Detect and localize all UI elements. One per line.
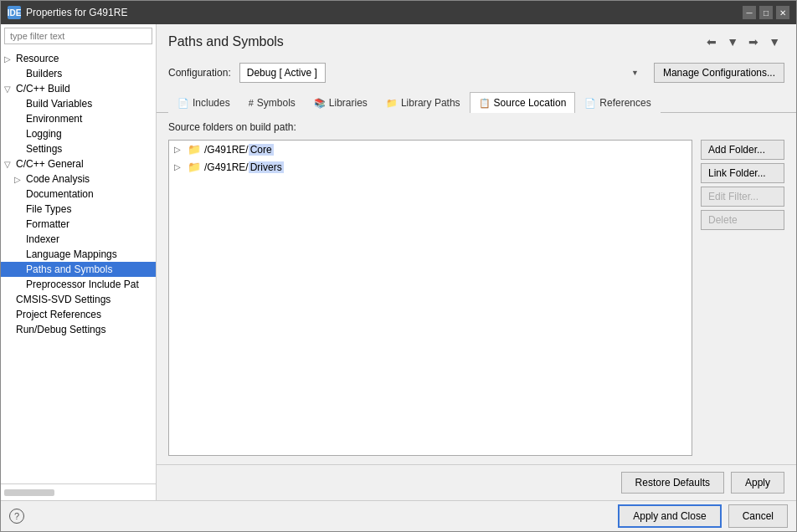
apply-button[interactable]: Apply (731, 472, 784, 494)
sidebar-item-build-variables[interactable]: Build Variables (1, 96, 156, 111)
symbols-icon: # (249, 98, 254, 108)
cancel-button[interactable]: Cancel (728, 504, 788, 528)
sidebar-item-builders[interactable]: Builders (1, 66, 156, 81)
nav-arrows: ⬅ ▼ ➡ ▼ (702, 33, 784, 51)
tabs-bar: 📄 Includes # Symbols 📚 Libraries 📁 Libra… (157, 91, 796, 113)
config-select[interactable]: Debug [ Active ] (239, 63, 326, 83)
tab-references[interactable]: 📄 References (575, 92, 660, 113)
folder-item-core[interactable]: ▷ 📁 /G491RE/Core (169, 141, 692, 158)
tab-libraries[interactable]: 📚 Libraries (305, 92, 377, 113)
sidebar-item-cmsis[interactable]: CMSIS-SVD Settings (1, 292, 156, 307)
sidebar-item-label-ca: Code Analysis (26, 173, 90, 185)
window-title: Properties for G491RE (26, 7, 127, 18)
sidebar-item-label-lm: Language Mappings (26, 248, 117, 260)
folder-tree[interactable]: ▷ 📁 /G491RE/Core ▷ 📁 /G491RE/Drivers (168, 140, 692, 456)
tab-library-paths-label: Library Paths (401, 97, 460, 109)
nav-forward-button[interactable]: ➡ (744, 33, 763, 51)
nav-forward-dropdown-button[interactable]: ▼ (764, 33, 784, 51)
nav-back-button[interactable]: ⬅ (702, 33, 721, 51)
sidebar-item-label-cmsis: CMSIS-SVD Settings (16, 294, 111, 305)
title-bar: IDE Properties for G491RE ─ □ ✕ (1, 1, 796, 24)
restore-defaults-button[interactable]: Restore Defaults (621, 472, 724, 494)
tab-library-paths[interactable]: 📁 Library Paths (377, 92, 470, 113)
tab-symbols[interactable]: # Symbols (239, 92, 305, 113)
very-bottom-buttons: Apply and Close Cancel (618, 504, 788, 528)
sidebar-item-environment[interactable]: Environment (1, 111, 156, 126)
manage-configurations-button[interactable]: Manage Configurations... (654, 63, 784, 83)
tab-source-location-label: Source Location (494, 97, 567, 109)
source-location-icon: 📋 (479, 98, 491, 109)
library-paths-icon: 📁 (386, 98, 398, 109)
nav-dropdown-button[interactable]: ▼ (722, 33, 743, 51)
sidebar-item-label-pr: Project References (16, 309, 101, 320)
sidebar-item-label-idx: Indexer (26, 233, 59, 245)
minimize-button[interactable]: ─ (743, 6, 756, 19)
sidebar-item-resource[interactable]: ▷ Resource (1, 51, 156, 66)
sidebar-item-language-mappings[interactable]: Language Mappings (1, 247, 156, 262)
sidebar-item-documentation[interactable]: Documentation (1, 187, 156, 202)
add-folder-button[interactable]: Add Folder... (701, 140, 784, 160)
folder-icon-drivers: 📁 (188, 161, 201, 173)
libraries-icon: 📚 (314, 98, 326, 109)
tree: ▷ Resource Builders ▽ C/C++ Build Build … (1, 48, 156, 483)
sidebar-item-label-builders: Builders (26, 68, 62, 79)
sidebar-item-label-cpp-gen: C/C++ General (16, 158, 84, 170)
expand-arrow-cpp-gen: ▽ (4, 160, 16, 169)
sidebar-item-settings[interactable]: Settings (1, 141, 156, 156)
sidebar-item-label-doc: Documentation (26, 188, 94, 200)
config-select-wrapper: Debug [ Active ] (239, 63, 645, 83)
config-row: Configuration: Debug [ Active ] Manage C… (157, 58, 796, 91)
title-bar-left: IDE Properties for G491RE (8, 6, 127, 19)
edit-filter-button[interactable]: Edit Filter... (701, 187, 784, 207)
filter-input[interactable] (4, 28, 152, 44)
sidebar-item-paths-symbols[interactable]: Paths and Symbols (1, 262, 156, 277)
folder-name-core: /G491RE/Core (204, 144, 274, 156)
sidebar-item-preprocessor[interactable]: Preprocessor Include Pat (1, 277, 156, 292)
content-area: Source folders on build path: ▷ 📁 /G491R… (157, 113, 796, 464)
config-label: Configuration: (168, 67, 231, 79)
sidebar-item-run-debug[interactable]: Run/Debug Settings (1, 322, 156, 337)
action-buttons: Add Folder... Link Folder... Edit Filter… (701, 140, 784, 456)
expand-arrow-cpp-build: ▽ (4, 84, 16, 94)
right-panel: Paths and Symbols ⬅ ▼ ➡ ▼ Configuration:… (157, 24, 796, 500)
sidebar-item-label-cpp-build: C/C++ Build (16, 83, 70, 95)
folder-item-drivers[interactable]: ▷ 📁 /G491RE/Drivers (169, 158, 692, 176)
tab-source-location[interactable]: 📋 Source Location (470, 92, 576, 113)
sidebar-item-logging[interactable]: Logging (1, 126, 156, 141)
folder-icon-core: 📁 (188, 143, 201, 156)
sidebar-scrollbar[interactable] (4, 489, 54, 496)
delete-button[interactable]: Delete (701, 210, 784, 230)
includes-icon: 📄 (177, 98, 189, 109)
references-icon: 📄 (584, 98, 596, 109)
tab-includes[interactable]: 📄 Includes (168, 92, 239, 113)
expand-arrow-resource: ▷ (4, 54, 16, 64)
folder-arrow-drivers: ▷ (174, 162, 184, 171)
maximize-button[interactable]: □ (759, 6, 773, 19)
close-button[interactable]: ✕ (776, 6, 789, 19)
apply-and-close-button[interactable]: Apply and Close (618, 504, 721, 528)
sidebar: ▷ Resource Builders ▽ C/C++ Build Build … (1, 24, 157, 500)
panel-header: Paths and Symbols ⬅ ▼ ➡ ▼ (157, 24, 796, 58)
sidebar-item-label-pp: Preprocessor Include Pat (26, 279, 139, 290)
panel-title: Paths and Symbols (168, 34, 284, 49)
sidebar-item-cpp-build[interactable]: ▽ C/C++ Build (1, 81, 156, 96)
section-title: Source folders on build path: (168, 121, 784, 133)
sidebar-item-label-bv: Build Variables (26, 98, 92, 110)
sidebar-item-cpp-general[interactable]: ▽ C/C++ General (1, 156, 156, 171)
sidebar-item-project-references[interactable]: Project References (1, 307, 156, 322)
sidebar-item-indexer[interactable]: Indexer (1, 232, 156, 247)
sidebar-item-label-ps: Paths and Symbols (26, 263, 112, 275)
content-main: ▷ 📁 /G491RE/Core ▷ 📁 /G491RE/Drivers Add… (168, 140, 784, 456)
sidebar-item-formatter[interactable]: Formatter (1, 217, 156, 232)
sidebar-item-label-rd: Run/Debug Settings (16, 324, 105, 335)
link-folder-button[interactable]: Link Folder... (701, 163, 784, 183)
sidebar-item-file-types[interactable]: File Types (1, 202, 156, 217)
sidebar-item-code-analysis[interactable]: ▷ Code Analysis (1, 171, 156, 187)
bottom-bar: Restore Defaults Apply (157, 464, 796, 500)
help-icon[interactable]: ? (9, 509, 24, 524)
tab-libraries-label: Libraries (329, 97, 368, 109)
app-icon: IDE (8, 6, 21, 19)
tab-symbols-label: Symbols (257, 97, 296, 109)
very-bottom-bar: ? Apply and Close Cancel (1, 500, 796, 531)
sidebar-item-label-log: Logging (26, 128, 62, 140)
